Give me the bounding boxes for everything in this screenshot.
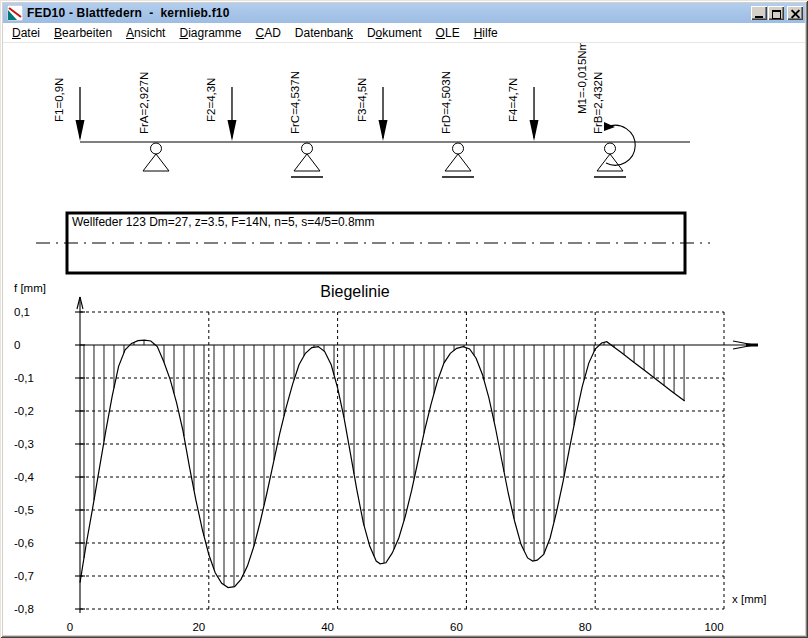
deflection-chart: 0,10-0,1-0,2-0,3-0,4-0,5-0,6-0,7-0,80204… <box>14 282 767 633</box>
y-tick-labels: 0,10-0,1-0,2-0,3-0,4-0,5-0,6-0,7-0,8 <box>14 306 34 615</box>
close-icon <box>791 9 800 18</box>
svg-text:40: 40 <box>321 621 334 633</box>
svg-text:0: 0 <box>67 621 73 633</box>
title-bar[interactable]: FED10 - Blattfedern - kernlieb.f10 <box>3 3 805 23</box>
deflection-curve <box>80 340 685 587</box>
force-arrow: F1=0,9N <box>53 78 85 141</box>
svg-text:60: 60 <box>450 621 463 633</box>
menu-bar: DateiBearbeitenAnsichtDiagrammeCADDatenb… <box>3 23 805 43</box>
close-button[interactable] <box>787 6 803 20</box>
force-arrow: F2=4,3N <box>205 78 237 141</box>
svg-text:20: 20 <box>192 621 205 633</box>
svg-text:-0,4: -0,4 <box>14 471 34 483</box>
moment-arc: M1=-0,015Nm <box>576 43 635 165</box>
force-arrow: F4=4,7N <box>507 78 539 141</box>
svg-text:-0,6: -0,6 <box>14 537 34 549</box>
y-axis-label: f [mm] <box>14 282 46 294</box>
force-arrow: F3=4,5N <box>356 78 388 141</box>
x-tick-labels: 020406080100 <box>67 621 724 633</box>
window-title: FED10 - Blattfedern - kernlieb.f10 <box>27 6 750 20</box>
menu-item-dokument[interactable]: Dokument <box>360 24 429 42</box>
maximize-button[interactable] <box>768 6 784 20</box>
menu-item-hilfe[interactable]: Hilfe <box>467 24 505 42</box>
menu-item-datei[interactable]: Datei <box>5 24 47 42</box>
svg-text:80: 80 <box>579 621 592 633</box>
menu-item-ole[interactable]: OLE <box>429 24 467 42</box>
support-label: FrD=4,503N <box>440 71 452 134</box>
svg-text:100: 100 <box>704 621 723 633</box>
client-area: F1=0,9NF2=4,3NF3=4,5NF4=4,7NFrA=2,927NFr… <box>3 43 805 635</box>
spring-label: Wellfeder 123 Dm=27, z=3.5, F=14N, n=5, … <box>72 215 375 229</box>
support-label: FrB=2,432N <box>592 72 604 134</box>
support: FrC=4,537N <box>289 71 323 177</box>
minimize-icon <box>755 16 763 18</box>
svg-text:0: 0 <box>14 339 20 351</box>
beam-diagram: F1=0,9NF2=4,3NF3=4,5NF4=4,7NFrA=2,927NFr… <box>53 43 690 177</box>
app-icon <box>7 5 23 21</box>
svg-text:-0,1: -0,1 <box>14 372 34 384</box>
force-label: F1=0,9N <box>53 78 65 122</box>
support-label: FrC=4,537N <box>289 71 301 134</box>
minimize-button[interactable] <box>751 6 767 20</box>
chart-title: Biegelinie <box>320 283 389 300</box>
force-label: F3=4,5N <box>356 78 368 122</box>
moment-label: M1=-0,015Nm <box>576 43 588 114</box>
y-axis <box>75 297 85 613</box>
window-controls <box>750 6 803 20</box>
menu-item-datenbank[interactable]: Datenbank <box>288 24 360 42</box>
svg-text:0,1: 0,1 <box>14 306 30 318</box>
support: FrD=4,503N <box>440 71 474 177</box>
menu-item-diagramme[interactable]: Diagramme <box>172 24 248 42</box>
menu-item-cad[interactable]: CAD <box>249 24 288 42</box>
svg-text:-0,3: -0,3 <box>14 438 34 450</box>
svg-text:-0,5: -0,5 <box>14 504 34 516</box>
moment-arrowhead <box>604 122 615 131</box>
app-window: FED10 - Blattfedern - kernlieb.f10 Datei… <box>0 0 808 638</box>
svg-text:-0,2: -0,2 <box>14 405 34 417</box>
svg-text:-0,7: -0,7 <box>14 570 34 582</box>
x-axis-label: x [mm] <box>732 593 767 605</box>
x-axis <box>80 341 758 349</box>
support: FrA=2,927N <box>138 72 169 171</box>
menu-item-bearbeiten[interactable]: Bearbeiten <box>47 24 119 42</box>
maximize-icon <box>772 10 781 19</box>
svg-text:-0,8: -0,8 <box>14 603 34 615</box>
support-label: FrA=2,927N <box>138 72 150 134</box>
force-label: F4=4,7N <box>507 78 519 122</box>
menu-item-ansicht[interactable]: Ansicht <box>119 24 172 42</box>
spring-drawing: Wellfeder 123 Dm=27, z=3.5, F=14N, n=5, … <box>36 213 710 273</box>
force-label: F2=4,3N <box>205 78 217 122</box>
hatch-lines <box>84 340 684 587</box>
drawing-canvas: F1=0,9NF2=4,3NF3=4,5NF4=4,7NFrA=2,927NFr… <box>3 43 805 635</box>
